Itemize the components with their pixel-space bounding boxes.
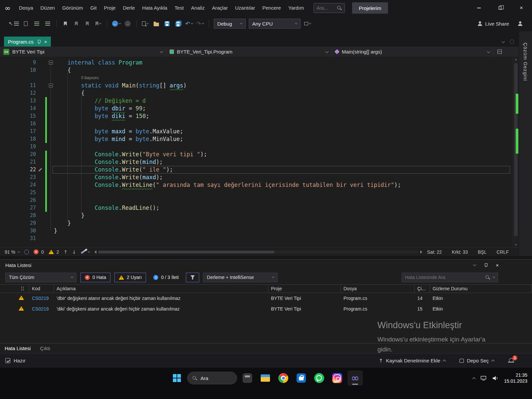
format-document-icon[interactable] (33, 19, 41, 28)
close-tab-icon[interactable]: × (44, 39, 47, 45)
codelens-row[interactable]: 0 başvuru (0, 74, 513, 82)
close-button[interactable]: × (511, 0, 532, 16)
line-number[interactable]: 19 (0, 143, 36, 151)
format-selection-icon[interactable] (44, 19, 52, 28)
warnings-toggle-button[interactable]: 2 Uyarı (114, 273, 146, 282)
taskbar-store[interactable] (294, 370, 309, 386)
minimize-button[interactable] (468, 0, 489, 16)
tab-list-chevron-icon[interactable] (502, 40, 505, 43)
pin-icon[interactable] (37, 40, 41, 44)
line-number[interactable]: 30 (0, 227, 36, 235)
scroll-left-icon[interactable] (94, 250, 96, 254)
error-line[interactable]: 15 (415, 306, 430, 312)
line-number[interactable]: 11 (0, 82, 36, 89)
error-project[interactable]: BYTE Veri Tipi (268, 306, 341, 312)
code-line[interactable]: 24 Console.WriteLine(" arasında tam sayı… (0, 181, 513, 189)
errors-toggle-button[interactable]: ×0 Hata (80, 273, 110, 282)
panel-position-chevron-icon[interactable] (473, 263, 476, 266)
navigate-forward-button[interactable]: → (124, 19, 132, 28)
code-line[interactable]: 12 { (0, 89, 513, 97)
code-editor[interactable]: 9 internal class Program10 {0 başvuru11 … (0, 57, 513, 247)
type-dropdown[interactable]: BYTE_Veri_Tipi.Program (166, 47, 332, 57)
panel-tab-error-list[interactable]: Hata Listesi (5, 345, 31, 351)
error-row[interactable]: CS0219'diki' değişkeni atanır ancak değe… (0, 304, 532, 314)
menu-derle[interactable]: Derle (119, 0, 139, 16)
code-text[interactable]: } (0, 212, 513, 219)
code-text[interactable]: Console.Write(maxd); (0, 174, 513, 181)
tab-options-icon[interactable] (510, 40, 514, 44)
menu-dosya[interactable]: Dosya (15, 0, 37, 16)
error-list-search-input[interactable] (405, 275, 482, 280)
titlebar-search-input[interactable] (317, 5, 337, 11)
network-icon[interactable] (480, 376, 487, 381)
taskbar-instagram[interactable] (330, 370, 345, 386)
code-cleanup-button[interactable] (81, 251, 90, 253)
filter-button[interactable] (186, 273, 199, 282)
select-repository-button[interactable]: Depo Seç (460, 358, 494, 363)
scope-filter-dropdown[interactable]: Tüm Çözüm (5, 273, 76, 282)
fold-collapse-icon[interactable] (49, 83, 53, 87)
error-description[interactable]: 'dbir' değişkeni atanır ancak değeri hiç… (54, 296, 268, 301)
start-button[interactable] (169, 370, 185, 386)
line-number[interactable]: 16 (0, 120, 36, 128)
menu-görünüm[interactable]: Görünüm (59, 0, 87, 16)
restore-button[interactable] (489, 0, 511, 16)
code-text[interactable] (0, 143, 513, 151)
menu-pencere[interactable]: Pencere (259, 0, 285, 16)
line-number[interactable]: 21 (0, 158, 36, 166)
new-file-button[interactable] (141, 19, 149, 28)
code-text[interactable]: static void Main(string[] args) (0, 82, 513, 89)
code-text[interactable]: Console.Write(" ile "); (0, 166, 513, 174)
notifications-button[interactable]: 1 (508, 357, 515, 364)
error-file[interactable]: Program.cs (341, 306, 415, 312)
navigate-to-icon[interactable]: ↖ (9, 19, 19, 28)
horizontal-scrollbar[interactable] (94, 250, 422, 254)
taskbar-clock[interactable]: 21:35 15.01.2023 (504, 372, 527, 384)
line-number[interactable]: 13 (0, 97, 36, 105)
close-panel-icon[interactable]: × (496, 262, 499, 268)
titlebar-search[interactable] (314, 3, 345, 13)
fold-collapse-icon[interactable] (49, 61, 53, 65)
code-text[interactable]: Console.Write(mind); (0, 158, 513, 166)
code-line[interactable]: 26 (0, 197, 513, 204)
code-text[interactable]: Console.ReadLine(); (0, 204, 513, 212)
error-code[interactable]: CS0219 (29, 306, 54, 312)
open-folder-button[interactable] (152, 19, 160, 28)
error-description[interactable]: 'diki' değişkeni atanır ancak değeri hiç… (54, 306, 268, 312)
code-line[interactable]: 11 static void Main(string[] args) (0, 82, 513, 89)
taskbar-search[interactable]: Ara (187, 372, 237, 384)
error-row[interactable]: CS0219'dbir' değişkeni atanır ancak değe… (0, 293, 532, 304)
vertical-scrollbar[interactable]: ▲ ▼ (513, 57, 519, 247)
toolbar-overflow-button[interactable] (304, 19, 312, 28)
column-code[interactable]: Kod (29, 285, 54, 293)
scroll-up-icon[interactable]: ▲ (513, 57, 519, 62)
code-text[interactable]: } (0, 219, 513, 227)
code-line[interactable]: 18 byte mind = byte.MinValue; (0, 135, 513, 143)
menu-düzen[interactable]: Düzen (37, 0, 59, 16)
code-line[interactable]: 29 } (0, 219, 513, 227)
volume-icon[interactable] (492, 376, 499, 381)
configuration-dropdown[interactable]: Debug (214, 19, 246, 29)
previous-bookmark-icon[interactable] (72, 19, 80, 28)
code-text[interactable] (0, 120, 513, 128)
split-window-icon[interactable] (497, 50, 502, 54)
scroll-right-icon[interactable] (420, 250, 422, 254)
code-line[interactable]: 25 (0, 189, 513, 197)
code-text[interactable]: Console.Write("Byte veri tipi "); (0, 151, 513, 158)
undo-button[interactable]: ↶ (185, 19, 193, 28)
account-button[interactable]: Projelerim (352, 2, 388, 14)
error-list-search[interactable] (402, 273, 498, 282)
add-to-source-control-button[interactable]: ↑ Kaynak Denetimine Ekle (379, 358, 446, 364)
code-line[interactable]: 20 Console.Write("Byte veri tipi "); (0, 151, 513, 158)
line-number[interactable]: 12 (0, 89, 36, 97)
menu-proje[interactable]: Proje (100, 0, 119, 16)
menu-uzantılar[interactable]: Uzantılar (231, 0, 259, 16)
menu-hata-ayıkla[interactable]: Hata Ayıkla (138, 0, 171, 16)
code-line[interactable]: 15 byte diki = 150; (0, 112, 513, 120)
error-suppression[interactable]: Etkin (430, 306, 532, 312)
line-number[interactable]: 15 (0, 112, 36, 120)
code-text[interactable] (0, 197, 513, 204)
code-text[interactable]: byte dbir = 99; (0, 105, 513, 112)
panel-tab-output[interactable]: Çıktı (40, 345, 50, 351)
line-number[interactable]: 20 (0, 151, 36, 158)
